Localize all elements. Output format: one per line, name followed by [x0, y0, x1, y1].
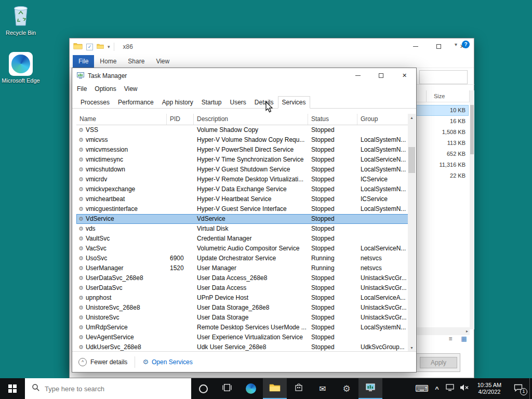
service-row[interactable]: ⚙ vds Virtual Disk Stopped: [76, 224, 408, 234]
desktop-icon-microsoft-edge[interactable]: Microsoft Edge: [1, 52, 41, 84]
file-size-cell[interactable]: 10 KB: [415, 105, 469, 116]
service-row[interactable]: ⚙ VaultSvc Credential Manager Stopped: [76, 234, 408, 244]
task-view-button[interactable]: [215, 378, 239, 399]
service-row[interactable]: ⚙ UserManager 1520 User Manager Running …: [76, 263, 408, 273]
taskbar-task-manager-button[interactable]: [358, 378, 382, 399]
task-manager-app-icon: [77, 72, 84, 81]
service-status: Stopped: [308, 175, 357, 184]
mail-button[interactable]: ✉: [311, 378, 335, 399]
file-size-cell[interactable]: 113 KB: [415, 138, 469, 149]
file-size-cell[interactable]: 16 KB: [415, 116, 469, 127]
settings-app-button[interactable]: ⚙: [335, 378, 358, 399]
microsoft-store-button[interactable]: [287, 378, 311, 399]
service-row[interactable]: ⚙ UserDataSvc_268e8 User Data Access_268…: [76, 273, 408, 283]
column-header[interactable]: Group: [357, 114, 408, 125]
scroll-down-button[interactable]: ▼: [408, 344, 416, 352]
service-row[interactable]: ⚙ vmicrdv Hyper-V Remote Desktop Virtual…: [76, 175, 408, 184]
taskbar-file-explorer-button[interactable]: [263, 378, 287, 399]
service-row[interactable]: ⚙ upnphost UPnP Device Host Stopped Loca…: [76, 293, 408, 303]
service-row[interactable]: ⚙ UdkUserSvc_268e8 Udk User Service_268e…: [76, 342, 408, 352]
hidden-icons-button[interactable]: ^: [431, 378, 443, 399]
service-row[interactable]: ⚙ UserDataSvc User Data Access Stopped U…: [76, 283, 408, 293]
scroll-right-button[interactable]: ▸: [466, 329, 468, 334]
service-row[interactable]: ⚙ UevAgentService User Experience Virtua…: [76, 332, 408, 342]
desktop-icon-recycle-bin[interactable]: Recycle Bin: [1, 3, 41, 36]
apply-button[interactable]: Apply: [420, 357, 457, 368]
task-manager-tab[interactable]: Services: [278, 96, 310, 109]
explorer-maximize-button[interactable]: [427, 38, 450, 55]
menu-item[interactable]: View: [124, 85, 138, 92]
menu-item[interactable]: File: [77, 85, 87, 92]
service-row[interactable]: ⚙ vmicvmsession Hyper-V PowerShell Direc…: [76, 145, 408, 155]
expand-ribbon-chevron-icon[interactable]: ▾: [455, 42, 457, 47]
taskmgr-vertical-scrollbar[interactable]: ▲ ▼: [408, 114, 416, 352]
task-manager-tab[interactable]: Processes: [76, 96, 114, 109]
action-center-button[interactable]: 1: [507, 378, 529, 399]
service-row[interactable]: ⚙ vmicguestinterface Hyper-V Guest Servi…: [76, 204, 408, 214]
service-row[interactable]: ⚙ vmicvss Hyper-V Volume Shadow Copy Req…: [76, 135, 408, 145]
service-row[interactable]: ⚙ vmickvpexchange Hyper-V Data Exchange …: [76, 184, 408, 194]
service-row[interactable]: ⚙ vmictimesync Hyper-V Time Synchronizat…: [76, 155, 408, 165]
file-size-cell[interactable]: 11,316 KB: [415, 159, 469, 170]
taskbar-search-input[interactable]: [45, 385, 175, 393]
network-button[interactable]: [443, 378, 457, 399]
column-header[interactable]: PID: [167, 114, 194, 125]
new-folder-icon[interactable]: [97, 42, 104, 51]
explorer-ribbon-tab[interactable]: File: [73, 55, 94, 68]
help-button[interactable]: ?: [462, 41, 470, 48]
service-pid: [167, 125, 194, 135]
touch-keyboard-button[interactable]: ⌨: [413, 378, 431, 399]
menu-item[interactable]: Options: [95, 85, 116, 92]
volume-button[interactable]: [457, 378, 472, 399]
fewer-details-button[interactable]: ^ Fewer details: [78, 358, 127, 366]
taskbar-edge-button[interactable]: [239, 378, 263, 399]
show-desktop-button[interactable]: [529, 378, 532, 399]
task-manager-tab[interactable]: Users: [225, 96, 250, 109]
task-manager-footer: ^ Fewer details ⚙ Open Services: [72, 351, 416, 372]
service-row[interactable]: ⚙ UnistoreSvc User Data Storage Stopped …: [76, 313, 408, 323]
taskmgr-close-button[interactable]: ✕: [393, 68, 416, 83]
thumbnail-view-button[interactable]: ▦: [459, 335, 469, 343]
service-row[interactable]: ⚙ VdService VdService Stopped: [76, 214, 408, 224]
open-services-link[interactable]: ⚙ Open Services: [142, 358, 192, 366]
explorer-search-box[interactable]: [419, 70, 468, 84]
cortana-button[interactable]: [191, 378, 215, 399]
folder-icon: [73, 42, 83, 52]
column-header[interactable]: Status: [308, 114, 357, 125]
service-row[interactable]: ⚙ VacSvc Volumetric Audio Compositor Ser…: [76, 244, 408, 254]
details-view-button[interactable]: ≡: [446, 335, 455, 343]
service-row[interactable]: ⚙ UnistoreSvc_268e8 User Data Storage_26…: [76, 303, 408, 313]
service-row[interactable]: ⚙ UmRdpService Remote Desktop Services U…: [76, 323, 408, 332]
service-group: netsvcs: [357, 263, 408, 273]
column-header[interactable]: Description: [194, 114, 308, 125]
properties-icon[interactable]: ✓: [86, 44, 93, 50]
explorer-vertical-scrollbar[interactable]: [470, 90, 474, 329]
taskmgr-minimize-button[interactable]: [346, 68, 369, 83]
task-manager-tab[interactable]: Performance: [114, 96, 158, 109]
service-row[interactable]: ⚙ vmicshutdown Hyper-V Guest Shutdown Se…: [76, 165, 408, 175]
file-size-cell[interactable]: 652 KB: [415, 149, 469, 159]
scrollbar-thumb[interactable]: [408, 147, 415, 173]
file-size-cell[interactable]: 22 KB: [415, 170, 469, 181]
taskbar-search[interactable]: [25, 378, 191, 399]
explorer-ribbon-tab[interactable]: View: [150, 55, 175, 68]
explorer-minimize-button[interactable]: [404, 38, 427, 55]
explorer-ribbon-tab[interactable]: Share: [122, 55, 150, 68]
explorer-horizontal-scrollbar[interactable]: ▸: [415, 327, 470, 335]
task-manager-tab[interactable]: App history: [158, 96, 197, 109]
service-pid: [167, 313, 194, 323]
size-column-header[interactable]: Size: [426, 90, 470, 102]
qat-customize-chevron-icon[interactable]: ▾: [108, 44, 110, 49]
task-manager-tab[interactable]: Startup: [197, 96, 226, 109]
column-header[interactable]: Name: [76, 114, 167, 125]
service-row[interactable]: ⚙ vmicheartbeat Hyper-V Heartbeat Servic…: [76, 194, 408, 204]
file-size-cell[interactable]: 1,508 KB: [415, 127, 469, 138]
scrollbar-thumb[interactable]: [470, 105, 474, 154]
taskmgr-maximize-button[interactable]: [369, 68, 393, 83]
service-row[interactable]: ⚙ VSS Volume Shadow Copy Stopped: [76, 125, 408, 135]
scroll-up-button[interactable]: ▲: [408, 114, 416, 122]
start-button[interactable]: [0, 378, 25, 399]
taskbar-clock[interactable]: 10:35 AM 4/2/2022: [472, 382, 507, 395]
service-row[interactable]: ⚙ UsoSvc 6900 Update Orchestrator Servic…: [76, 254, 408, 263]
explorer-ribbon-tab[interactable]: Home: [94, 55, 122, 68]
